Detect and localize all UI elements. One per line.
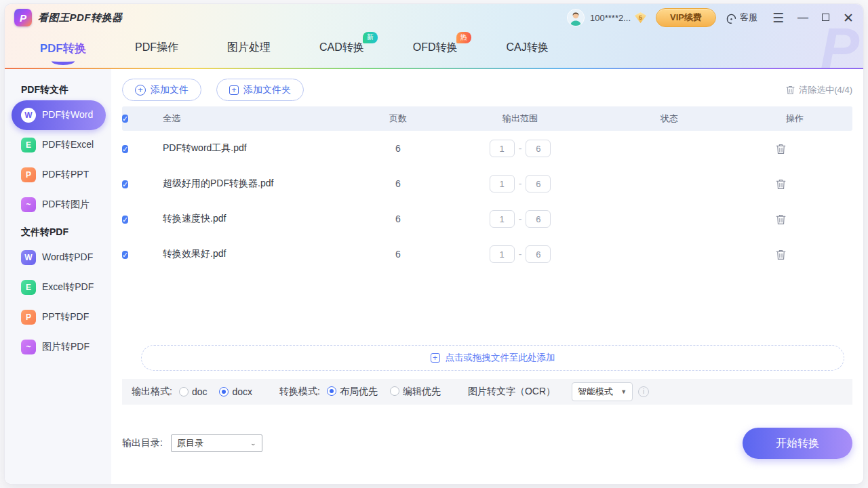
radio-icon[interactable]: [179, 387, 189, 396]
row-checkbox[interactable]: ✓: [122, 145, 128, 153]
tab-image-process[interactable]: 图片处理: [227, 41, 271, 55]
start-convert-button[interactable]: 开始转换: [743, 428, 852, 459]
file-name: 转换速度快.pdf: [152, 213, 357, 225]
range-from-input[interactable]: [490, 175, 515, 192]
logo-watermark: P: [821, 25, 859, 72]
excel-icon: E: [21, 138, 36, 152]
radio-icon[interactable]: [219, 387, 229, 396]
sidebar-item-label: PDF转Excel: [42, 139, 94, 151]
header-action: 操作: [737, 113, 852, 125]
tab-cad-convert[interactable]: CAD转换 新: [319, 41, 364, 55]
table-row: ✓ 转换速度快.pdf 6 -: [122, 201, 852, 237]
header: P 看图王PDF转换器 100****2... 5 VIP续费: [5, 4, 863, 69]
delete-row-button[interactable]: [776, 143, 786, 155]
main-nav: PDF转换 PDF操作 图片处理 CAD转换 新 OFD转换 热 CAJ转换 P: [5, 31, 863, 69]
support-label: 客服: [740, 12, 757, 24]
tab-pdf-convert[interactable]: PDF转换: [40, 41, 86, 65]
range-to-input[interactable]: [526, 140, 551, 157]
app-logo-icon: P: [14, 9, 32, 26]
sidebar-item-word-to-pdf[interactable]: W Word转PDF: [12, 243, 106, 272]
close-button[interactable]: ✕: [843, 12, 854, 24]
radio-icon[interactable]: [390, 386, 399, 396]
row-checkbox[interactable]: ✓: [122, 251, 128, 259]
output-format-label: 输出格式:: [132, 386, 172, 398]
ocr-mode-select[interactable]: 智能模式 ▼: [572, 382, 633, 401]
person-icon: [568, 9, 584, 26]
ocr-label: 图片转文字（OCR）: [468, 386, 555, 398]
radio-edit-first[interactable]: 编辑优先: [390, 386, 441, 398]
sidebar-item-pdf-to-word[interactable]: W PDF转Word: [12, 100, 106, 130]
sidebar-item-ppt-to-pdf[interactable]: P PPT转PDF: [12, 302, 106, 332]
options-bar: 输出格式: doc docx 转换模式: 布局优先 编辑优先 图片转文字（OCR…: [122, 379, 852, 405]
level-badge: 5: [635, 12, 646, 23]
file-name: PDF转word工具.pdf: [152, 142, 357, 155]
delete-row-button[interactable]: [776, 178, 786, 190]
output-dir-select[interactable]: 原目录 ⌄: [171, 434, 262, 452]
tab-caj-convert[interactable]: CAJ转换: [507, 41, 549, 55]
row-checkbox[interactable]: ✓: [122, 216, 128, 224]
add-folder-button[interactable]: + 添加文件夹: [216, 79, 304, 101]
select-all-checkbox[interactable]: ✓: [122, 115, 128, 123]
radio-icon[interactable]: [327, 386, 336, 396]
sidebar-item-label: Word转PDF: [42, 251, 93, 264]
info-icon[interactable]: i: [638, 386, 649, 397]
vip-renew-button[interactable]: VIP续费: [656, 8, 716, 27]
plus-circle-icon: +: [135, 85, 146, 96]
image-icon: ~: [21, 340, 36, 354]
ppt-icon: P: [21, 167, 36, 182]
range-from-input[interactable]: [490, 140, 515, 157]
ppt-icon: P: [21, 310, 36, 325]
menu-icon[interactable]: ☰: [772, 12, 784, 24]
new-badge: 新: [363, 32, 378, 43]
add-file-button[interactable]: + 添加文件: [122, 79, 201, 101]
footer-bar: 输出目录: 原目录 ⌄ 开始转换: [122, 428, 852, 459]
radio-docx[interactable]: docx: [219, 386, 252, 397]
sidebar-item-excel-to-pdf[interactable]: E Excel转PDF: [12, 272, 106, 302]
sidebar-item-pdf-to-ppt[interactable]: P PDF转PPT: [12, 160, 106, 190]
username[interactable]: 100****2...: [590, 13, 631, 23]
table-header: ✓ 全选 页数 输出范围 状态 操作: [122, 106, 852, 131]
table-row: ✓ 转换效果好.pdf 6 -: [122, 237, 852, 272]
sidebar: PDF转文件 W PDF转Word E PDF转Excel P PDF转PPT …: [5, 69, 111, 484]
file-name: 超级好用的PDF转换器.pdf: [152, 178, 357, 190]
radio-doc[interactable]: doc: [179, 386, 208, 397]
row-checkbox[interactable]: ✓: [122, 180, 128, 188]
sidebar-item-label: PDF转图片: [42, 199, 90, 211]
range-from-input[interactable]: [490, 245, 515, 263]
sidebar-item-image-to-pdf[interactable]: ~ 图片转PDF: [12, 332, 106, 362]
sidebar-item-pdf-to-excel[interactable]: E PDF转Excel: [12, 130, 106, 160]
minimize-button[interactable]: —: [797, 12, 808, 23]
clear-selected-button[interactable]: 清除选中(4/4): [786, 84, 852, 96]
range-to-input[interactable]: [526, 210, 551, 228]
sidebar-item-pdf-to-image[interactable]: ~ PDF转图片: [12, 190, 106, 220]
sidebar-section-file-to-pdf: 文件转PDF: [5, 226, 111, 243]
tab-ofd-convert[interactable]: OFD转换 热: [413, 41, 458, 55]
tab-pdf-operate[interactable]: PDF操作: [135, 41, 178, 55]
user-avatar[interactable]: [567, 9, 585, 26]
folder-plus-icon: +: [229, 85, 239, 95]
range-to-input[interactable]: [526, 175, 551, 192]
header-status: 状态: [601, 113, 737, 125]
delete-row-button[interactable]: [776, 249, 786, 260]
sidebar-item-label: Excel转PDF: [42, 281, 94, 293]
headset-icon: [726, 12, 737, 24]
delete-row-button[interactable]: [776, 214, 786, 225]
main-panel: + 添加文件 + 添加文件夹 清除选中(4/4) ✓ 全选 页数: [111, 69, 863, 484]
sidebar-item-label: PDF转PPT: [42, 169, 89, 181]
file-dropzone[interactable]: + 点击或拖拽文件至此处添加: [141, 345, 844, 371]
header-pages: 页数: [357, 113, 439, 125]
active-tab-underline: [52, 57, 75, 65]
page-count: 6: [357, 178, 439, 189]
table-row: ✓ 超级好用的PDF转换器.pdf 6 -: [122, 166, 852, 201]
word-icon: W: [21, 108, 36, 123]
range-from-input[interactable]: [490, 210, 515, 228]
file-plus-icon: +: [431, 353, 440, 363]
maximize-button[interactable]: [822, 12, 829, 23]
range-to-input[interactable]: [526, 245, 551, 263]
image-icon: ~: [21, 197, 36, 212]
customer-support-button[interactable]: 客服: [726, 12, 757, 24]
radio-layout-first[interactable]: 布局优先: [327, 386, 378, 398]
excel-icon: E: [21, 280, 36, 295]
sidebar-item-label: 图片转PDF: [42, 341, 90, 353]
sidebar-item-label: PDF转Word: [42, 109, 93, 121]
